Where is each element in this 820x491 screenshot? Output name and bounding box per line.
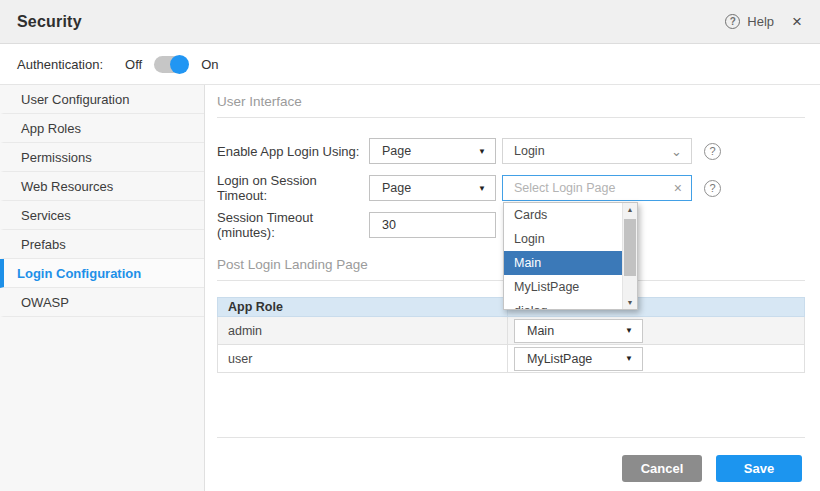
user-landing-page-value: MyListPage	[527, 352, 592, 366]
sidebar-item-owasp[interactable]: OWASP	[0, 288, 204, 317]
help-icon: ?	[725, 14, 740, 29]
authentication-toggle[interactable]	[154, 56, 187, 73]
titlebar-actions: ? Help ×	[725, 13, 802, 30]
sidebar-item-services[interactable]: Services	[0, 201, 204, 230]
session-timeout-label: Session Timeout (minutes):	[217, 210, 369, 240]
sidebar-item-login-configuration[interactable]: Login Configuration	[0, 259, 204, 288]
sidebar-item-app-roles[interactable]: App Roles	[0, 114, 204, 143]
row-enable-app-login: Enable App Login Using: Page ▼ ⌄ ?	[217, 138, 805, 164]
toggle-off-label: Off	[125, 57, 142, 72]
enable-app-login-label: Enable App Login Using:	[217, 144, 369, 159]
dropdown-option-cards[interactable]: Cards	[504, 203, 622, 227]
dropdown-option-mylistpage[interactable]: MyListPage	[504, 275, 622, 299]
enable-app-login-page-combobox[interactable]: ⌄	[502, 138, 692, 164]
login-on-timeout-label: Login on Session Timeout:	[217, 173, 369, 203]
chevron-down-icon[interactable]: ⌄	[671, 145, 682, 158]
select-arrow-icon: ▼	[625, 326, 633, 335]
role-cell: admin	[218, 317, 508, 345]
sidebar-item-user-configuration[interactable]: User Configuration	[0, 85, 204, 114]
scroll-up-icon[interactable]: ▲	[623, 203, 637, 216]
sidebar: User Configuration App Roles Permissions…	[0, 85, 205, 491]
session-timeout-input[interactable]	[369, 212, 496, 238]
security-dialog: Security ? Help × Authentication: Off On…	[0, 0, 820, 491]
enable-app-login-type-value: Page	[382, 144, 411, 158]
close-icon[interactable]: ×	[792, 13, 802, 30]
cancel-button[interactable]: Cancel	[622, 455, 702, 482]
dropdown-options: Cards Login Main MyListPage dialog	[504, 203, 622, 309]
row-login-on-timeout: Login on Session Timeout: Page ▼ × ?	[217, 175, 805, 201]
clear-icon[interactable]: ×	[674, 181, 682, 195]
role-cell: user	[218, 345, 508, 373]
login-on-timeout-type-value: Page	[382, 181, 411, 195]
select-arrow-icon: ▼	[625, 354, 633, 363]
section-title-user-interface: User Interface	[217, 85, 805, 118]
help-label: Help	[747, 14, 774, 29]
dropdown-option-login[interactable]: Login	[504, 227, 622, 251]
login-page-search-input[interactable]	[514, 181, 674, 195]
dropdown-option-main[interactable]: Main	[504, 251, 622, 275]
enable-app-login-type-select[interactable]: Page ▼	[369, 138, 496, 164]
titlebar: Security ? Help ×	[0, 0, 820, 44]
select-arrow-icon: ▼	[478, 147, 486, 156]
scroll-down-icon[interactable]: ▼	[623, 296, 637, 309]
authentication-row: Authentication: Off On	[0, 44, 820, 85]
dropdown-scrollbar[interactable]: ▲ ▼	[622, 203, 637, 309]
admin-landing-page-select[interactable]: Main ▼	[514, 319, 643, 343]
toggle-on-label: On	[201, 57, 218, 72]
footer: Cancel Save	[217, 438, 805, 482]
toggle-knob	[170, 55, 189, 74]
login-on-timeout-type-select[interactable]: Page ▼	[369, 175, 496, 201]
sidebar-item-prefabs[interactable]: Prefabs	[0, 230, 204, 259]
dropdown-option-dialog[interactable]: dialog	[504, 299, 622, 309]
enable-app-login-page-input[interactable]	[514, 144, 671, 158]
login-page-combobox[interactable]: ×	[502, 175, 692, 201]
login-on-timeout-help-icon[interactable]: ?	[704, 180, 721, 197]
select-arrow-icon: ▼	[478, 184, 486, 193]
scrollbar-thumb[interactable]	[624, 219, 636, 276]
app-role-column-header: App Role	[218, 298, 508, 317]
table-row-admin: admin Main ▼	[218, 317, 805, 345]
authentication-label: Authentication:	[17, 57, 103, 72]
dialog-body: User Configuration App Roles Permissions…	[0, 85, 820, 491]
user-landing-page-select[interactable]: MyListPage ▼	[514, 347, 643, 371]
admin-landing-page-value: Main	[527, 324, 554, 338]
page-title: Security	[17, 13, 725, 31]
help-button[interactable]: ? Help	[725, 14, 774, 29]
save-button[interactable]: Save	[716, 455, 802, 482]
sidebar-item-permissions[interactable]: Permissions	[0, 143, 204, 172]
login-page-dropdown: Cards Login Main MyListPage dialog ▲ ▼	[503, 202, 638, 310]
enable-app-login-help-icon[interactable]: ?	[704, 143, 721, 160]
sidebar-item-web-resources[interactable]: Web Resources	[0, 172, 204, 201]
table-row-user: user MyListPage ▼	[218, 345, 805, 373]
